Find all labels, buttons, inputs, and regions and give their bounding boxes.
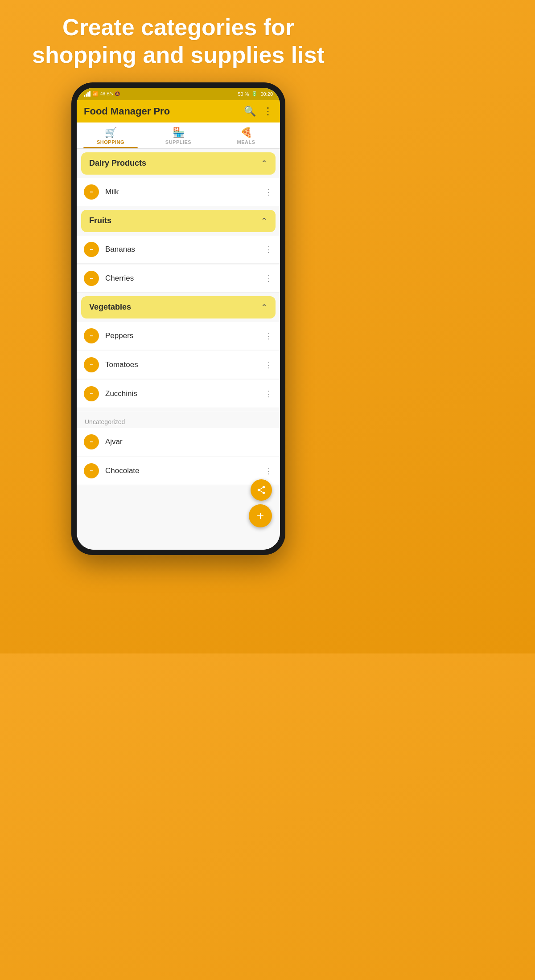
item-options-icon[interactable] xyxy=(84,357,99,372)
list-item[interactable]: Peppers ⋮ xyxy=(77,322,280,350)
item-name-chocolate: Chocolate xyxy=(105,466,140,475)
shopping-tab-label: SHOPPING xyxy=(97,139,124,145)
category-fruits-label: Fruits xyxy=(89,216,111,225)
uncategorized-label: Uncategorized xyxy=(77,414,280,427)
item-options-icon[interactable] xyxy=(84,242,99,257)
tab-bar: 🛒 SHOPPING 🏪 SUPPLIES 🍕 MEALS xyxy=(77,122,280,149)
status-left: 📶 48 B/s 🔕 xyxy=(84,91,120,97)
list-item[interactable]: Cherries ⋮ xyxy=(77,265,280,293)
signal-icon xyxy=(84,91,91,97)
item-left: Milk xyxy=(84,184,119,200)
list-item[interactable]: Chocolate ⋮ xyxy=(77,457,280,485)
item-name-zucchinis: Zucchinis xyxy=(105,389,137,398)
item-more-icon[interactable]: ⋮ xyxy=(264,360,273,370)
item-options-icon[interactable] xyxy=(84,328,99,343)
item-options-icon[interactable] xyxy=(84,463,99,478)
category-vegetables[interactable]: Vegetables ⌃ xyxy=(81,296,276,318)
item-options-icon[interactable] xyxy=(84,434,99,449)
meals-tab-icon: 🍕 xyxy=(240,127,252,139)
hero-heading: Create categories for shopping and suppl… xyxy=(0,0,357,78)
item-more-icon[interactable]: ⋮ xyxy=(264,331,273,341)
item-more-icon[interactable]: ⋮ xyxy=(264,187,273,197)
item-name-bananas: Bananas xyxy=(105,245,135,254)
status-right: 50 % 🔋 00:20 xyxy=(238,91,273,97)
item-name-cherries: Cherries xyxy=(105,274,134,283)
item-left: Cherries xyxy=(84,271,134,286)
wifi-icon: 📶 xyxy=(92,91,99,97)
add-fab-button[interactable]: + xyxy=(249,504,272,527)
battery-percent: 50 % xyxy=(238,91,249,97)
header-actions: 🔍 ⋮ xyxy=(244,106,273,117)
share-fab-button[interactable] xyxy=(251,479,272,501)
category-dairy[interactable]: Dairy Products ⌃ xyxy=(81,152,276,175)
list-item[interactable]: Zucchinis ⋮ xyxy=(77,380,280,408)
list-item[interactable]: Milk ⋮ xyxy=(77,178,280,206)
battery-icon: 🔋 xyxy=(251,91,258,97)
list-content: Dairy Products ⌃ Milk ⋮ Fruits ⌃ Bananas xyxy=(77,149,280,550)
supplies-tab-label: SUPPLIES xyxy=(165,139,191,145)
item-more-icon[interactable]: ⋮ xyxy=(264,274,273,283)
app-title: Food Manager Pro xyxy=(84,106,170,117)
list-item[interactable]: Tomatoes ⋮ xyxy=(77,351,280,379)
list-item[interactable]: Ajvar xyxy=(77,428,280,456)
item-left: Chocolate xyxy=(84,463,140,478)
item-left: Zucchinis xyxy=(84,386,137,401)
data-speed: 48 B/s xyxy=(100,91,113,96)
add-icon: + xyxy=(257,509,264,523)
notification-icon: 🔕 xyxy=(115,91,120,96)
item-left: Bananas xyxy=(84,242,135,257)
list-item[interactable]: Bananas ⋮ xyxy=(77,236,280,264)
status-bar: 📶 48 B/s 🔕 50 % 🔋 00:20 xyxy=(77,88,280,100)
category-fruits[interactable]: Fruits ⌃ xyxy=(81,210,276,232)
vegetables-chevron-icon: ⌃ xyxy=(261,302,268,312)
tab-meals[interactable]: 🍕 MEALS xyxy=(212,122,280,148)
item-left: Peppers xyxy=(84,328,133,343)
phone-screen: 📶 48 B/s 🔕 50 % 🔋 00:20 Food Manager Pro… xyxy=(77,88,280,550)
phone-frame: 📶 48 B/s 🔕 50 % 🔋 00:20 Food Manager Pro… xyxy=(71,82,285,555)
search-button[interactable]: 🔍 xyxy=(244,106,256,117)
category-vegetables-label: Vegetables xyxy=(89,302,131,312)
item-name-ajvar: Ajvar xyxy=(105,437,123,446)
item-more-icon[interactable]: ⋮ xyxy=(264,245,273,254)
more-menu-button[interactable]: ⋮ xyxy=(263,106,273,117)
shopping-tab-icon: 🛒 xyxy=(105,127,117,139)
item-options-icon[interactable] xyxy=(84,386,99,401)
tab-supplies[interactable]: 🏪 SUPPLIES xyxy=(144,122,212,148)
fruits-chevron-icon: ⌃ xyxy=(261,216,268,226)
clock: 00:20 xyxy=(260,91,273,97)
item-options-icon[interactable] xyxy=(84,184,99,200)
section-divider xyxy=(77,411,280,411)
item-left: Tomatoes xyxy=(84,357,138,372)
item-more-icon[interactable]: ⋮ xyxy=(264,389,273,399)
item-more-icon[interactable]: ⋮ xyxy=(264,466,273,476)
app-header: Food Manager Pro 🔍 ⋮ xyxy=(77,100,280,122)
item-name-milk: Milk xyxy=(105,188,119,196)
item-name-tomatoes: Tomatoes xyxy=(105,360,138,369)
item-left: Ajvar xyxy=(84,434,123,449)
supplies-tab-icon: 🏪 xyxy=(173,127,185,139)
tab-shopping[interactable]: 🛒 SHOPPING xyxy=(77,122,144,148)
dairy-chevron-icon: ⌃ xyxy=(261,159,268,168)
category-dairy-label: Dairy Products xyxy=(89,159,146,168)
item-options-icon[interactable] xyxy=(84,271,99,286)
item-name-peppers: Peppers xyxy=(105,331,133,340)
meals-tab-label: MEALS xyxy=(237,139,255,145)
